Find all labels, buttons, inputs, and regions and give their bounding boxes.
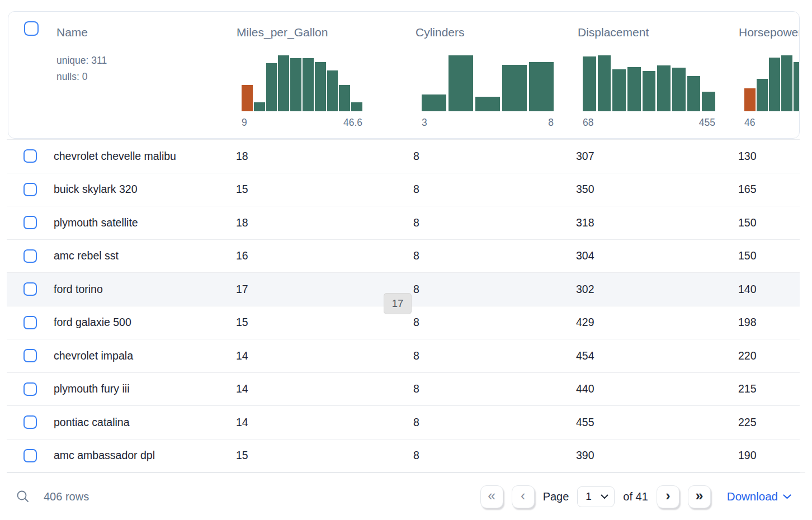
unique-count-label: unique: 311: [56, 53, 107, 69]
column-title: Horsepower: [739, 26, 800, 39]
page-label: Page: [543, 490, 569, 503]
nulls-count-label: nulls: 0: [56, 69, 107, 85]
cell-horsepower: 150: [738, 240, 757, 273]
column-title: Displacement: [578, 26, 649, 39]
cell-miles-per-gallon: 15: [236, 306, 248, 339]
cell-horsepower: 220: [738, 339, 757, 372]
chevrons-left-icon: «: [488, 489, 495, 503]
histogram-bar: [794, 62, 800, 111]
cell-name: amc rebel sst: [54, 240, 119, 273]
cell-cylinders: 8: [413, 306, 419, 339]
cell-cylinders: 8: [413, 406, 419, 439]
cell-miles-per-gallon: 15: [236, 173, 248, 206]
cell-name: amc ambassador dpl: [54, 439, 155, 472]
histogram-bar: [769, 58, 780, 111]
row-count-label: 406 rows: [44, 490, 89, 503]
cell-horsepower: 130: [738, 140, 757, 173]
cell-cylinders: 8: [413, 339, 419, 372]
cell-horsepower: 198: [738, 306, 757, 339]
cell-displacement: 454: [576, 339, 594, 372]
column-histogram[interactable]: [422, 55, 554, 111]
histogram-bar: [242, 85, 253, 111]
histogram-bar: [657, 65, 671, 111]
cell-name: ford galaxie 500: [54, 306, 131, 339]
histogram-bar: [351, 102, 362, 111]
row-checkbox[interactable]: [23, 415, 37, 429]
row-checkbox[interactable]: [23, 349, 37, 362]
histogram-max-label: 8: [548, 117, 554, 129]
row-checkbox[interactable]: [23, 216, 37, 229]
histogram-bar: [449, 55, 473, 111]
chevrons-right-icon: »: [695, 489, 703, 503]
cell-displacement: 307: [576, 140, 594, 173]
last-page-button[interactable]: »: [688, 485, 711, 508]
histogram-bar: [254, 102, 265, 111]
page-number-select[interactable]: 1: [577, 486, 615, 507]
search-icon[interactable]: [16, 489, 30, 504]
table-row[interactable]: pontiac catalina 14 8 455 225: [7, 406, 800, 439]
cell-name: ford torino: [54, 273, 103, 306]
row-checkbox[interactable]: [23, 149, 37, 163]
cell-miles-per-gallon: 18: [236, 206, 248, 239]
histogram-bar: [339, 85, 350, 111]
histogram-bar: [612, 69, 626, 111]
cell-displacement: 390: [576, 439, 594, 472]
download-label: Download: [727, 490, 778, 503]
column-histogram[interactable]: [583, 55, 715, 111]
cell-name: plymouth satellite: [54, 206, 138, 239]
column-header-name: Name: [56, 26, 88, 39]
chevron-down-icon: [601, 494, 608, 499]
table-row[interactable]: chevrolet impala 14 8 454 220: [7, 339, 800, 373]
histogram-max-label: 46.6: [343, 117, 362, 129]
table-row[interactable]: buick skylark 320 15 8 350 165: [7, 173, 800, 207]
table-row[interactable]: amc rebel sst 16 8 304 150: [7, 240, 800, 273]
previous-page-button[interactable]: ‹: [512, 485, 535, 508]
histogram-bar: [290, 58, 301, 111]
table-row[interactable]: chevrolet chevelle malibu 18 8 307 130: [7, 140, 800, 173]
histogram-min-label: 46: [744, 117, 755, 129]
column-histogram[interactable]: [744, 55, 800, 111]
histogram-bar: [687, 76, 701, 111]
row-checkbox[interactable]: [23, 382, 37, 396]
next-page-button[interactable]: ›: [657, 485, 679, 508]
cell-displacement: 304: [576, 240, 594, 273]
cell-cylinders: 8: [413, 173, 419, 206]
cell-displacement: 440: [576, 373, 594, 406]
column-histogram[interactable]: [242, 55, 362, 111]
histogram-bar: [583, 56, 596, 111]
page-number-value: 1: [586, 490, 601, 503]
download-button[interactable]: Download: [727, 490, 791, 503]
table-row[interactable]: plymouth fury iii 14 8 440 215: [7, 373, 800, 406]
first-page-button[interactable]: «: [480, 485, 503, 508]
cell-displacement: 350: [576, 173, 594, 206]
column-title: Miles_per_Gallon: [237, 26, 328, 39]
cell-miles-per-gallon: 15: [236, 439, 248, 472]
table-row[interactable]: plymouth satellite 18 8 318 150: [7, 206, 800, 240]
histogram-min-label: 68: [583, 117, 593, 129]
cell-displacement: 302: [576, 273, 594, 306]
chevron-right-icon: ›: [665, 489, 670, 503]
histogram-bar: [643, 71, 656, 111]
chevron-left-icon: ‹: [521, 489, 525, 503]
row-checkbox[interactable]: [23, 449, 37, 462]
cell-miles-per-gallon: 18: [236, 140, 248, 173]
row-checkbox[interactable]: [23, 282, 37, 296]
cell-horsepower: 140: [738, 273, 757, 306]
histogram-bar: [627, 67, 641, 111]
table-row[interactable]: amc ambassador dpl 15 8 390 190: [7, 439, 800, 473]
cell-cylinders: 8: [413, 273, 419, 306]
cell-displacement: 455: [576, 406, 594, 439]
row-checkbox[interactable]: [23, 183, 37, 196]
select-all-checkbox[interactable]: [24, 21, 39, 36]
row-checkbox[interactable]: [23, 249, 37, 263]
cell-name: plymouth fury iii: [54, 373, 129, 406]
histogram-bar: [529, 62, 554, 111]
cell-horsepower: 225: [738, 406, 757, 439]
cell-name: buick skylark 320: [54, 173, 138, 206]
page-total-label: of 41: [623, 490, 648, 503]
cell-miles-per-gallon: 14: [236, 406, 248, 439]
row-checkbox[interactable]: [23, 316, 37, 329]
histogram-bar: [303, 58, 314, 111]
histogram-bar: [702, 92, 715, 111]
histogram-bar: [327, 70, 338, 111]
